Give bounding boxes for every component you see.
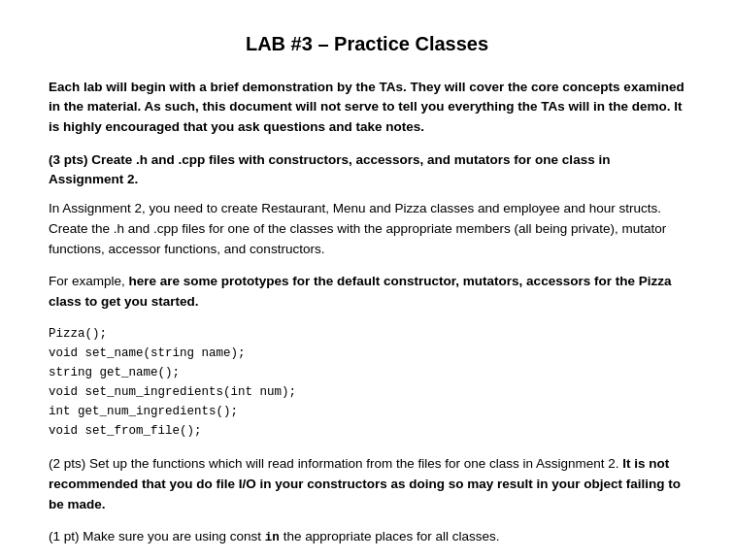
code-line-2: void set_name(string name);	[49, 344, 685, 363]
code-line-6: void set_from_file();	[49, 421, 685, 441]
section3-text: (1 pt) Make sure you are using const in …	[49, 527, 685, 547]
code-block: Pizza(); void set_name(string name); str…	[49, 324, 685, 441]
code-line-5: int get_num_ingredients();	[49, 402, 685, 421]
section3-suffix: the appropriate places for all classes.	[280, 529, 500, 544]
section3-inline: in	[265, 531, 280, 544]
page-title: LAB #3 – Practice Classes	[49, 29, 685, 58]
section3-prefix: (1 pt) Make sure you are using const	[49, 529, 265, 544]
section1-header: (3 pts) Create .h and .cpp files with co…	[49, 150, 685, 190]
code-line-3: string get_name();	[49, 363, 685, 382]
body2-prefix: For example,	[49, 274, 129, 288]
section1-body1: In Assignment 2, you need to create Rest…	[49, 199, 685, 260]
body2-bold: here are some prototypes for the default…	[49, 274, 671, 309]
section1-body2: For example, here are some prototypes fo…	[49, 272, 685, 313]
code-line-1: Pizza();	[49, 324, 685, 344]
section2-prefix: (2 pts) Set up the functions which will …	[49, 456, 622, 471]
intro-text: Each lab will begin with a brief demonst…	[49, 78, 685, 137]
section2-text: (2 pts) Set up the functions which will …	[49, 454, 685, 515]
code-line-4: void set_num_ingredients(int num);	[49, 382, 685, 402]
